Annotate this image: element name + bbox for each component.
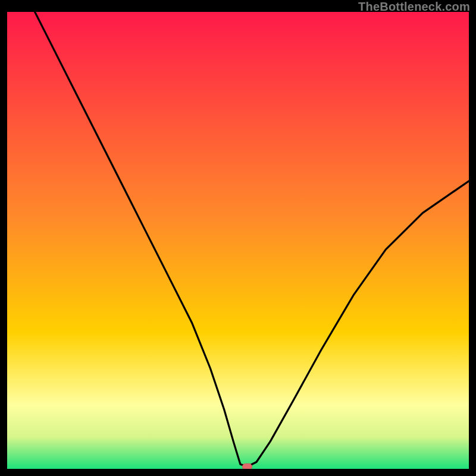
optimal-marker [243,464,252,469]
chart-frame [7,12,469,469]
gradient-background [7,12,469,469]
bottleneck-plot [7,12,469,469]
watermark-text: TheBottleneck.com [358,0,470,14]
